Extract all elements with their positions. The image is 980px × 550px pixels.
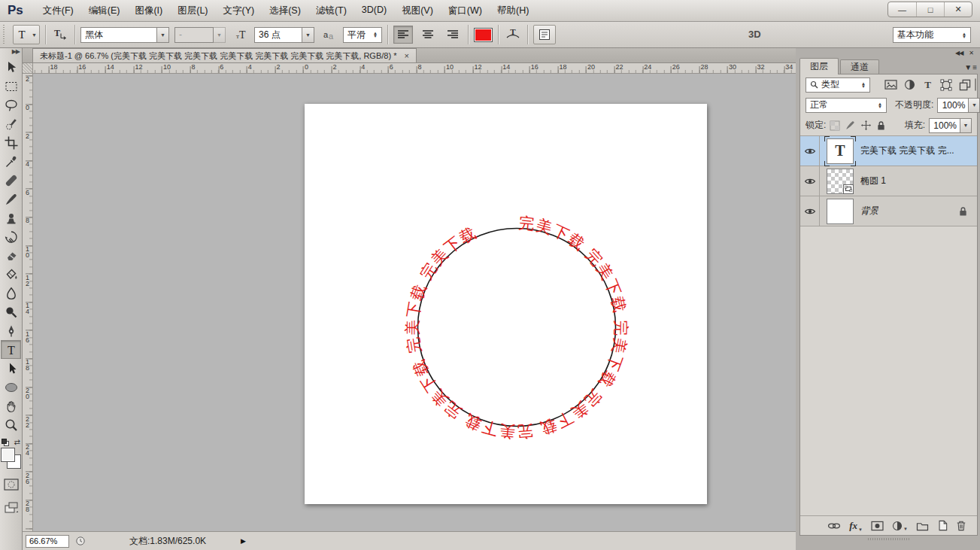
menu-item-9[interactable]: 窗口(W) xyxy=(441,5,490,17)
menu-item-1[interactable]: 编辑(E) xyxy=(81,5,128,17)
link-layers-icon[interactable] xyxy=(827,521,841,531)
crop-tool[interactable] xyxy=(1,133,21,152)
move-tool[interactable] xyxy=(1,58,21,77)
menu-item-6[interactable]: 滤镜(T) xyxy=(308,5,354,17)
menu-item-4[interactable]: 文字(Y) xyxy=(216,5,262,17)
eyedropper-tool[interactable] xyxy=(1,152,21,171)
lasso-tool[interactable] xyxy=(1,96,21,114)
pixel-layer-filter-icon[interactable] xyxy=(884,79,897,90)
hand-tool[interactable] xyxy=(1,397,21,415)
marquee-tool[interactable] xyxy=(1,77,21,96)
menu-item-5[interactable]: 选择(S) xyxy=(262,5,308,17)
fill-value[interactable]: 100% xyxy=(929,118,960,133)
menu-item-7[interactable]: 3D(D) xyxy=(354,5,394,17)
document-tab[interactable]: 未标题-1 @ 66.7% (完美下载 完美下载 完美下载 完美下载 完美下载 … xyxy=(32,48,417,62)
minimize-button[interactable]: — xyxy=(888,2,916,17)
text-color-swatch[interactable] xyxy=(474,28,493,42)
layer-name[interactable]: 完美下载 完美下载 完... xyxy=(860,144,954,157)
opacity-select[interactable]: 100% ▼ xyxy=(937,98,980,113)
canvas-pasteboard[interactable]: 完美下载 完美下载 完美下载 完美下载 完美下载 完美下载 完美下载 完美下载 xyxy=(33,74,796,531)
new-group-icon[interactable] xyxy=(916,521,929,531)
layer-visibility-eye-icon[interactable] xyxy=(800,166,820,196)
lock-pixels-icon[interactable] xyxy=(845,120,856,131)
layer-row-1[interactable]: 椭圆 1 xyxy=(800,166,977,196)
layer-style-button[interactable]: fx▼ xyxy=(849,520,863,532)
screen-mode-button[interactable] xyxy=(1,498,21,517)
toggle-panels-button[interactable] xyxy=(533,25,556,44)
dock-close-icon[interactable]: ✕ xyxy=(969,50,974,56)
close-button[interactable]: ✕ xyxy=(944,2,972,17)
toolbar-collapse-icon[interactable]: ▶▶ xyxy=(0,48,22,58)
filter-toggle-switch[interactable] xyxy=(975,78,976,91)
dodge-tool[interactable] xyxy=(1,302,21,321)
status-menu-arrow-icon[interactable]: ▶ xyxy=(241,537,246,545)
type-tool[interactable]: T xyxy=(1,340,21,359)
panel-tab-0[interactable]: 图层 xyxy=(799,58,839,74)
maximize-button[interactable]: □ xyxy=(916,2,944,17)
blend-mode-select[interactable]: 正常 ▲▼ xyxy=(806,98,887,113)
new-layer-icon[interactable] xyxy=(937,520,948,531)
panel-tab-1[interactable]: 通道 xyxy=(840,59,879,74)
dock-resize-strip[interactable] xyxy=(799,537,978,541)
swap-colors-icon[interactable]: ⇄ xyxy=(14,438,20,446)
layer-visibility-eye-icon[interactable] xyxy=(800,196,820,226)
layer-row-2[interactable]: 背景 xyxy=(800,196,977,226)
quick-selection-tool[interactable] xyxy=(1,114,21,133)
smart-object-filter-icon[interactable] xyxy=(959,79,971,91)
font-family-arrow-icon[interactable]: ▼ xyxy=(157,27,169,43)
collapse-panels-icon[interactable]: ◀◀ xyxy=(955,50,963,56)
brush-tool[interactable] xyxy=(1,190,21,208)
menu-item-0[interactable]: 文件(F) xyxy=(35,5,81,17)
layer-thumbnail[interactable] xyxy=(827,169,854,194)
warp-text-button[interactable]: T xyxy=(504,26,522,44)
pen-tool[interactable] xyxy=(1,321,21,340)
anti-alias-select[interactable]: 平滑 ▲▼ xyxy=(343,27,382,43)
blur-tool[interactable] xyxy=(1,284,21,302)
opacity-value[interactable]: 100% xyxy=(937,98,969,113)
menu-item-3[interactable]: 图层(L) xyxy=(170,5,215,17)
layer-thumbnail[interactable]: T xyxy=(827,138,854,164)
status-icon[interactable] xyxy=(75,536,86,546)
lock-position-icon[interactable] xyxy=(860,120,872,131)
lock-all-icon[interactable] xyxy=(876,120,886,131)
new-adjustment-layer-button[interactable]: ▼ xyxy=(892,521,908,531)
filter-type-select[interactable]: 类型 ▲▼ xyxy=(806,77,870,93)
font-size-select[interactable]: 36 点 ▼ xyxy=(254,27,314,43)
menu-item-2[interactable]: 图像(I) xyxy=(127,5,170,17)
ellipse-tool[interactable] xyxy=(1,378,21,397)
fill-select[interactable]: 100% ▼ xyxy=(929,118,972,133)
delete-layer-icon[interactable] xyxy=(956,520,966,531)
tab-close-icon[interactable]: × xyxy=(404,51,408,60)
zoom-level-field[interactable]: 66.67% xyxy=(26,535,69,548)
add-mask-icon[interactable] xyxy=(871,521,884,531)
document-canvas[interactable]: 完美下载 完美下载 完美下载 完美下载 完美下载 完美下载 完美下载 完美下载 xyxy=(305,104,707,504)
panel-menu-icon[interactable]: ▼≡ xyxy=(964,63,978,74)
shape-layer-filter-icon[interactable] xyxy=(940,79,952,91)
font-family-select[interactable]: 黑体 ▼ xyxy=(80,27,169,43)
type-layer-filter-icon[interactable]: T xyxy=(922,79,933,90)
default-colors-icon[interactable] xyxy=(2,439,10,447)
zoom-tool[interactable] xyxy=(1,415,21,434)
fill-arrow-icon[interactable]: ▼ xyxy=(960,118,972,133)
layer-row-0[interactable]: T完美下载 完美下载 完... xyxy=(800,136,977,166)
path-selection-tool[interactable] xyxy=(1,359,21,378)
workspace-switcher[interactable]: 基本功能 ▲▼ xyxy=(893,27,971,43)
layer-name[interactable]: 背景 xyxy=(860,205,878,217)
history-brush-tool[interactable] xyxy=(1,227,21,246)
font-size-arrow-icon[interactable]: ▼ xyxy=(302,27,314,43)
foreground-color-swatch[interactable] xyxy=(1,448,15,462)
type-tool-preset-button[interactable]: T ▼ xyxy=(13,25,40,44)
layer-visibility-eye-icon[interactable] xyxy=(800,136,820,166)
lock-transparency-icon[interactable] xyxy=(830,120,840,131)
layer-thumbnail[interactable] xyxy=(827,199,854,224)
clone-stamp-tool[interactable] xyxy=(1,208,21,227)
spot-healing-tool[interactable] xyxy=(1,171,21,190)
align-left-button[interactable] xyxy=(393,26,413,44)
adjustment-layer-filter-icon[interactable] xyxy=(904,79,915,90)
gradient-tool[interactable] xyxy=(1,265,21,284)
align-center-button[interactable] xyxy=(418,26,438,44)
menu-item-10[interactable]: 帮助(H) xyxy=(490,5,536,17)
layer-name[interactable]: 椭圆 1 xyxy=(860,175,886,187)
opacity-arrow-icon[interactable]: ▼ xyxy=(969,98,980,113)
menu-item-8[interactable]: 视图(V) xyxy=(394,5,441,17)
